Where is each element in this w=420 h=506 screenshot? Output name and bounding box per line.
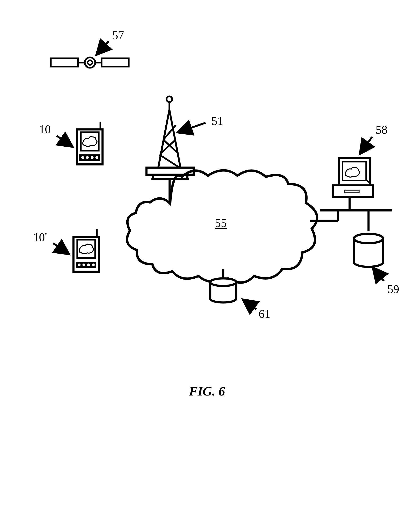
svg-point-23	[167, 96, 172, 102]
label-satellite: 57	[112, 28, 124, 42]
label-device1: 10	[39, 122, 51, 136]
database-center-icon	[210, 278, 236, 302]
svg-point-11	[81, 156, 84, 159]
label-arrow-58	[360, 137, 372, 153]
label-arrow-57	[97, 41, 109, 54]
mobile-device-1-icon	[77, 122, 102, 164]
label-tower: 51	[211, 114, 223, 128]
svg-rect-39	[333, 185, 373, 197]
satellite-icon	[51, 57, 129, 68]
label-arrow-51	[178, 123, 205, 132]
svg-point-20	[82, 264, 85, 266]
svg-point-13	[91, 156, 94, 159]
database-right-icon	[354, 234, 383, 267]
diagram-canvas: 57 10 10' 51 55 58 59 61 FIG. 6	[0, 0, 420, 506]
svg-point-5	[88, 60, 92, 65]
label-cloud: 55	[215, 216, 227, 230]
mobile-device-2-icon	[74, 229, 99, 272]
svg-point-21	[87, 264, 90, 266]
label-arrow-10	[57, 136, 72, 146]
svg-point-12	[86, 156, 89, 159]
computer-icon	[333, 158, 373, 197]
label-arrow-59	[373, 268, 384, 281]
svg-point-22	[92, 264, 95, 266]
svg-point-14	[95, 156, 98, 159]
cell-tower-icon	[146, 96, 194, 203]
label-computer: 58	[376, 123, 387, 136]
label-arrow-10p	[53, 243, 68, 254]
label-db-right: 59	[387, 282, 399, 296]
svg-point-19	[78, 264, 81, 266]
svg-line-28	[159, 155, 180, 168]
figure-caption: FIG. 6	[189, 384, 225, 399]
label-db-center: 61	[259, 307, 271, 321]
svg-rect-0	[51, 58, 78, 67]
svg-rect-1	[102, 58, 129, 67]
label-device2: 10'	[33, 230, 47, 244]
label-arrow-61	[243, 300, 256, 309]
